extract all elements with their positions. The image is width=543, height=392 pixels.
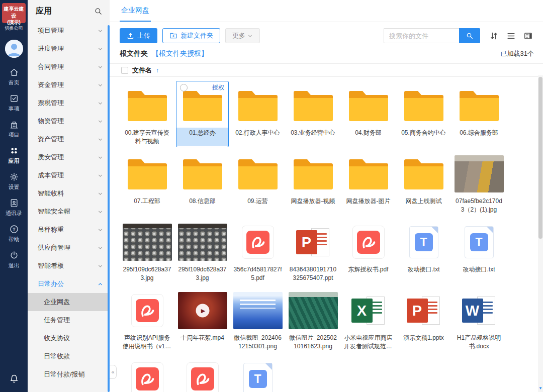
- detail-view-icon[interactable]: [523, 31, 533, 41]
- file-tile[interactable]: ▶十周年花絮.mp4: [176, 286, 229, 352]
- file-tile[interactable]: 09.运营: [231, 149, 284, 216]
- file-name: 演示文稿1.pptx: [398, 333, 449, 351]
- rail-item-contacts[interactable]: 通讯录: [0, 194, 28, 221]
- file-tile[interactable]: 微信图片_20250210161623.png: [287, 286, 339, 352]
- file-tile[interactable]: [176, 354, 229, 392]
- file-tile[interactable]: 356c7d45817827f5.pdf: [231, 218, 284, 284]
- rail-item-label: 设置: [9, 183, 20, 191]
- filename-column-header[interactable]: 文件名: [132, 66, 152, 75]
- file-tile[interactable]: T改动接口.txt: [397, 218, 450, 284]
- rail-item-help[interactable]: ?帮助: [0, 221, 28, 247]
- select-all-checkbox[interactable]: [121, 67, 128, 74]
- sidebar-subitem-label: 企业网盘: [44, 298, 70, 307]
- file-tile[interactable]: 04.财务部: [342, 81, 395, 147]
- file-tile[interactable]: 网盘播放器-图片: [342, 149, 395, 216]
- avatar[interactable]: [5, 40, 23, 58]
- file-tile[interactable]: 07fae5fbe2c170d3（2）(1).jpg: [452, 149, 505, 216]
- file-tile[interactable]: 06.综合服务部: [452, 81, 505, 147]
- rail-item-home[interactable]: 首页: [0, 64, 28, 90]
- sidebar-group[interactable]: 吊秤称重: [28, 221, 110, 239]
- sidebar-group[interactable]: 项目管理: [28, 22, 110, 40]
- file-tile[interactable]: P演示文稿1.pptx: [397, 286, 450, 352]
- file-tile[interactable]: 01.总经办授权: [176, 81, 229, 147]
- sidebar-group[interactable]: 质安管理: [28, 148, 110, 166]
- file-tile[interactable]: 东辉授权书.pdf: [342, 218, 395, 284]
- sidebar-group-label: 物资管理: [38, 117, 64, 126]
- rail-item-matters[interactable]: 事项: [0, 90, 28, 116]
- file-tile[interactable]: T: [231, 354, 284, 392]
- rail-item-projects[interactable]: 项目: [0, 116, 28, 142]
- file-tile[interactable]: T改动接口.txt: [452, 218, 505, 284]
- word-icon: W: [462, 295, 496, 326]
- sidebar-group[interactable]: 资产管理: [28, 130, 110, 148]
- rail-item-logout[interactable]: 退出: [0, 247, 28, 273]
- sidebar-header: 应用: [28, 0, 110, 22]
- sidebar-group[interactable]: 智能收料: [28, 184, 110, 203]
- file-tile[interactable]: 03.业务经营中心: [287, 81, 339, 147]
- file-tile[interactable]: 295f109dc628a373.jpg: [121, 218, 173, 284]
- scroll-down-arrow-icon[interactable]: ▼: [538, 385, 543, 391]
- sidebar-group[interactable]: 供应商管理: [28, 239, 110, 257]
- file-tile[interactable]: 微信截图_20240612150301.png: [231, 286, 284, 352]
- file-tile[interactable]: 00.建享云宣传资料与视频: [121, 81, 173, 147]
- file-tile[interactable]: 02.行政人事中心: [231, 81, 284, 147]
- file-icon-area: T: [232, 357, 284, 392]
- rail-menu: 首页事项项目应用设置通讯录?帮助退出: [0, 64, 28, 273]
- sidebar-group[interactable]: 合同管理: [28, 58, 110, 76]
- sidebar-group[interactable]: 日常办公: [28, 275, 110, 293]
- file-name: 02.行政人事中心: [232, 128, 284, 146]
- rail-item-apps[interactable]: 应用: [0, 142, 28, 168]
- more-button[interactable]: 更多: [225, 28, 260, 43]
- chevron-down-icon: [98, 245, 103, 251]
- upload-button[interactable]: 上传: [120, 28, 157, 43]
- sort-ascending-icon[interactable]: ↑: [156, 67, 159, 74]
- sidebar-subitem[interactable]: 任务管理: [28, 311, 110, 329]
- file-tile[interactable]: [121, 354, 173, 392]
- file-icon-area: [121, 357, 173, 392]
- search-input[interactable]: [384, 28, 459, 43]
- sidebar-subitem[interactable]: 日常付款/报销: [28, 365, 110, 383]
- file-checkbox[interactable]: [180, 84, 188, 91]
- user-avatar-icon: [5, 40, 23, 58]
- rail-item-settings[interactable]: 设置: [0, 168, 28, 194]
- sidebar-group-label: 资产管理: [38, 135, 64, 144]
- image-thumbnail: [233, 292, 283, 329]
- tab-enterprise-drive[interactable]: 企业网盘: [120, 6, 151, 22]
- file-tile[interactable]: 声纹识别API服务使用说明书（v1.1.3）.pdf: [121, 286, 173, 352]
- sidebar-group[interactable]: 物资管理: [28, 112, 110, 130]
- new-folder-button[interactable]: 新建文件夹: [162, 28, 220, 43]
- sidebar-collapse-button[interactable]: «: [110, 365, 117, 379]
- file-tile[interactable]: 08.信息部: [176, 149, 229, 216]
- scrollbar-thumb[interactable]: [538, 77, 542, 239]
- file-tile[interactable]: 295f109dc628a373.jpg: [176, 218, 229, 284]
- root-folder-auth-link[interactable]: 【根文件夹授权】: [152, 49, 208, 58]
- file-tile[interactable]: 05.商务合约中心: [397, 81, 450, 147]
- file-tile[interactable]: 网盘上线测试: [397, 149, 450, 216]
- company-logo[interactable]: 建享云建设 (演示): [2, 3, 26, 23]
- main-scrollbar[interactable]: ▼: [538, 75, 543, 392]
- sidebar-group[interactable]: 智能安全帽: [28, 203, 110, 221]
- search-button[interactable]: [459, 28, 480, 43]
- pdf-icon: [131, 294, 163, 327]
- sidebar-subitem[interactable]: 企业网盘: [28, 293, 110, 311]
- file-tile[interactable]: X小米电视应用商店开发者测试规范2019版.xlsx: [342, 286, 395, 352]
- breadcrumb-root[interactable]: 根文件夹: [120, 49, 148, 58]
- file-tile[interactable]: 网盘播放器-视频: [287, 149, 339, 216]
- sidebar-group[interactable]: 进度管理: [28, 40, 110, 58]
- building-icon: [9, 120, 19, 130]
- sort-order-icon[interactable]: [489, 31, 499, 41]
- sidebar-group[interactable]: 智能看板: [28, 257, 110, 275]
- sidebar-subitem[interactable]: 日常收款: [28, 347, 110, 365]
- sidebar-group[interactable]: 票税管理: [28, 94, 110, 112]
- notification-bell-icon[interactable]: [9, 374, 19, 386]
- sidebar-subitem[interactable]: 收支协议: [28, 329, 110, 347]
- sidebar-search-icon[interactable]: [94, 7, 103, 16]
- file-tile[interactable]: WH1产品规格说明书.docx: [452, 286, 505, 352]
- list-view-icon[interactable]: [506, 31, 516, 41]
- chevron-down-icon: [98, 46, 103, 52]
- switch-company-link[interactable]: 切换公司: [5, 25, 23, 32]
- sidebar-group[interactable]: 资金管理: [28, 76, 110, 94]
- file-tile[interactable]: P84364380191710325675407.ppt: [287, 218, 339, 284]
- sidebar-group[interactable]: 成本管理: [28, 166, 110, 184]
- file-tile[interactable]: 07.工程部: [121, 149, 173, 216]
